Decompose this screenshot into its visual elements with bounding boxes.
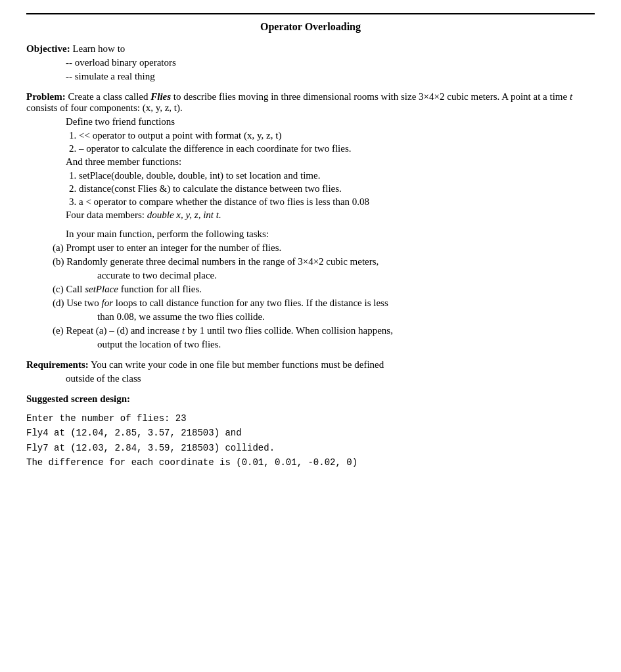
friend-function-1: << operator to output a point with forma…: [79, 130, 595, 141]
objective-section: Objective: Learn how to -- overload bina…: [26, 43, 595, 82]
code-line-0: Enter the number of flies: 23: [26, 411, 595, 426]
requirements-text: You can write your code in one file but …: [91, 359, 384, 370]
problem-classname: Flies: [150, 91, 171, 102]
task-b: (b) Randomly generate three decimal numb…: [53, 256, 595, 267]
task-d-text2: than 0.08, we assume the two flies colli…: [97, 311, 595, 323]
code-line-2: Fly4 at (12.04, 2.85, 3.57, 218503) and: [26, 426, 595, 440]
page-title: Operator Overloading: [26, 13, 595, 33]
member-function-1: setPlace(double, double, double, int) to…: [79, 170, 595, 181]
objective-item-1: -- overload binary operators: [66, 57, 595, 68]
main-intro: In your main function, perform the follo…: [66, 229, 595, 240]
requirements-text2: outside of the class: [66, 373, 595, 384]
task-e-label: (e): [53, 325, 64, 336]
member-functions-list: setPlace(double, double, double, int) to…: [79, 170, 595, 208]
task-b-label: (b): [53, 256, 64, 267]
problem-section: Problem: Create a class called Flies to …: [26, 91, 595, 350]
task-b-text2: accurate to two decimal place.: [97, 270, 595, 281]
problem-label: Problem:: [26, 91, 66, 102]
code-block: Enter the number of flies: 23 Fly4 at (1…: [26, 411, 595, 470]
task-c: (c) Call setPlace function for all flies…: [53, 284, 595, 295]
task-c-label: (c): [53, 284, 64, 294]
suggested-section: Suggested screen design: Enter the numbe…: [26, 393, 595, 470]
task-e: (e) Repeat (a) – (d) and increase t by 1…: [53, 325, 595, 336]
data-members: Four data members: double x, y, z, int t…: [66, 210, 595, 221]
member-function-3: a < operator to compare whether the dist…: [79, 196, 595, 208]
task-a-label: (a): [53, 242, 64, 253]
tasks-block: (a) Prompt user to enter an integer for …: [53, 242, 595, 350]
problem-intro3: consists of four components: (x, y, z, t…: [26, 102, 183, 113]
data-members-italic: double x, y, z, int t.: [147, 210, 221, 220]
requirements-section: Requirements: You can write your code in…: [26, 359, 595, 384]
friend-function-2: – operator to calculate the difference i…: [79, 143, 595, 154]
objective-intro-text: Learn how to: [72, 43, 125, 54]
friend-functions-list: << operator to output a point with forma…: [79, 130, 595, 154]
suggested-title: Suggested screen design:: [26, 393, 595, 405]
member-label: And three member functions:: [66, 156, 595, 168]
code-line-3: Fly7 at (12.03, 2.84, 3.59, 218503) coll…: [26, 441, 595, 455]
task-a: (a) Prompt user to enter an integer for …: [53, 242, 595, 254]
objective-item-2: -- simulate a real thing: [66, 71, 595, 82]
task-d-label: (d): [53, 298, 64, 308]
task-d: (d) Use two for loops to call distance f…: [53, 298, 595, 309]
problem-define-friend: Define two friend functions: [66, 116, 595, 127]
problem-intro2: to describe flies moving in three dimens…: [171, 91, 570, 102]
member-function-2: distance(const Flies &) to calculate the…: [79, 183, 595, 194]
requirements-label: Requirements:: [26, 359, 89, 370]
code-line-4: The difference for each coordinate is (0…: [26, 455, 595, 470]
data-members-prefix: Four data members:: [66, 210, 147, 220]
problem-intro-text: Create a class called: [68, 91, 150, 102]
task-e-text2: output the location of two flies.: [97, 339, 595, 350]
problem-t: t: [570, 91, 572, 102]
objective-label: Objective:: [26, 43, 70, 54]
